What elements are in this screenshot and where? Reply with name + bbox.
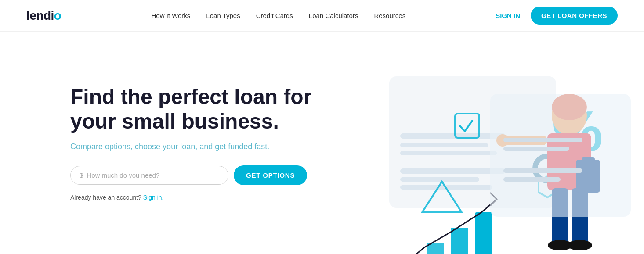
loan-amount-input[interactable] xyxy=(87,172,219,179)
logo[interactable]: lendio xyxy=(26,9,61,23)
hero-subtext: Compare options, choose your loan, and g… xyxy=(70,142,316,151)
get-options-button[interactable]: GET OPTIONS xyxy=(234,165,307,185)
hero-headline: Find the perfect loan for your small bus… xyxy=(70,85,316,133)
svg-rect-5 xyxy=(400,177,479,182)
svg-rect-31 xyxy=(503,168,582,173)
hero-section: Find the perfect loan for your small bus… xyxy=(0,32,644,254)
hero-illustration: % xyxy=(336,63,644,254)
svg-rect-2 xyxy=(400,143,488,147)
svg-rect-30 xyxy=(503,147,569,151)
sign-in-note: Already have an account? Sign in. xyxy=(70,194,316,201)
nav-how-it-works[interactable]: How It Works xyxy=(151,12,190,19)
svg-rect-14 xyxy=(451,228,468,254)
header-actions: SIGN IN GET LOAN OFFERS xyxy=(496,7,618,25)
svg-rect-29 xyxy=(503,138,582,142)
hero-content: Find the perfect loan for your small bus… xyxy=(70,85,316,200)
svg-rect-1 xyxy=(400,133,506,139)
nav-loan-calculators[interactable]: Loan Calculators xyxy=(309,12,358,19)
nav-credit-cards[interactable]: Credit Cards xyxy=(256,12,293,19)
get-loan-offers-button[interactable]: GET LOAN OFFERS xyxy=(531,7,618,25)
sign-in-link[interactable]: SIGN IN xyxy=(496,12,520,19)
nav-loan-types[interactable]: Loan Types xyxy=(206,12,240,19)
dollar-sign-icon: $ xyxy=(80,172,83,179)
svg-rect-28 xyxy=(490,94,631,217)
main-nav: How It Works Loan Types Credit Cards Loa… xyxy=(151,12,405,19)
svg-point-25 xyxy=(568,240,592,250)
svg-rect-3 xyxy=(400,151,497,155)
logo-text-lendi: lendi xyxy=(26,9,54,23)
header: lendio How It Works Loan Types Credit Ca… xyxy=(0,0,644,32)
nav-resources[interactable]: Resources xyxy=(374,12,405,19)
sign-in-account-link[interactable]: Sign in. xyxy=(143,194,164,201)
loan-form: $ GET OPTIONS xyxy=(70,165,316,185)
sign-in-note-text: Already have an account? xyxy=(70,194,141,201)
svg-rect-4 xyxy=(400,168,506,174)
svg-rect-32 xyxy=(503,177,561,182)
loan-input-wrapper: $ xyxy=(70,166,228,185)
logo-o: o xyxy=(54,9,62,23)
svg-rect-15 xyxy=(475,212,492,254)
